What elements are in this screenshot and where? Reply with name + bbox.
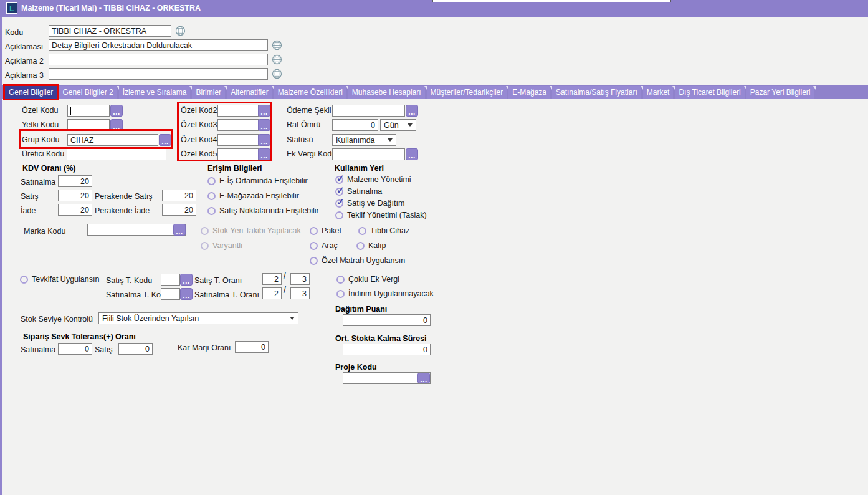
raf-omru-input[interactable]: 0 [332,119,378,131]
globe-icon[interactable] [272,54,282,65]
checkbox-eis-ortaminda-erisilebilir[interactable]: E-İş Ortamında Erişilebilir [207,176,308,185]
yetki-kodu-input[interactable] [67,119,110,131]
tab-e-magaza[interactable]: E-Mağaza [508,86,550,99]
checkbox-indirim-uygulanmayacak[interactable]: İndirim Uygulanmayacak [336,289,434,298]
checkbox-varyantli[interactable]: Varyantlı [201,241,242,250]
checkbox-label: Kalıp [368,241,386,250]
ek-vergi-kodu-input[interactable] [332,148,405,160]
satinalma-t-kodu-lookup-button[interactable] [180,288,193,300]
marka-kodu-input[interactable] [87,224,186,236]
checkbox-e-magazada-erisilebilir[interactable]: E-Mağazada Erişilebilir [207,191,299,200]
tab-pazar-yeri-bilgileri[interactable]: Pazar Yeri Bilgileri [746,86,814,99]
grup-kodu-lookup-button[interactable] [159,134,171,146]
raf-omru-unit-select[interactable]: Gün [380,119,416,131]
satis-t-orani-payda-input[interactable]: 3 [290,273,310,285]
satis-t-kodu-input[interactable] [161,274,180,286]
grup-kodu-input[interactable]: CIHAZ [67,134,158,146]
kodu-label: Kodu [5,28,23,37]
ozel-kod3-lookup-button[interactable] [258,119,270,131]
ozel-kod4-lookup-button[interactable] [258,134,270,146]
dagitim-puani-input[interactable]: 0 [343,314,431,326]
perakende-satis-input[interactable]: 20 [162,190,196,201]
satis-t-orani-pay-input[interactable]: 2 [262,273,282,285]
tab-satinalma-satis-fiyatlari[interactable]: Satınalma/Satış Fiyatları [552,86,641,99]
aciklamasi-input[interactable]: Detay Bilgileri Orkestradan Doldurulacak [49,39,268,51]
kdv-satinalma-input[interactable]: 20 [58,175,92,187]
odeme-sekli-input[interactable] [332,105,405,117]
marka-kodu-label: Marka Kodu [24,227,65,236]
checkbox-ozel-matrah[interactable]: Özel Matrah Uygulansın [310,256,405,265]
ozel-kod5-lookup-button[interactable] [258,148,270,160]
tab-izleme-ve-siralama[interactable]: İzleme ve Sıralama [119,86,191,99]
satinalma-t-kodu-input[interactable] [161,288,180,300]
tab-malzeme-ozellikleri[interactable]: Malzeme Özellikleri [274,86,346,99]
ort-stokta-kalma-input[interactable]: 0 [343,344,431,355]
checkbox-stok-yeri-takibi[interactable]: Stok Yeri Takibi Yapılacak [201,226,301,235]
aciklama2-input[interactable] [49,54,268,65]
checkbox-label: E-İş Ortamında Erişilebilir [219,176,308,185]
satinalma-t-orani-pay-input[interactable]: 2 [262,287,282,299]
tab-muhasebe-hesaplari[interactable]: Muhasebe Hesapları [348,86,425,99]
erisim-section-title: Erişim Bilgileri [207,164,262,173]
satis-t-kodu-label: Satış T. Kodu [106,276,152,285]
tab-market[interactable]: Market [643,86,674,99]
tab-birimler[interactable]: Birimler [192,86,225,99]
ek-vergi-kodu-lookup-button[interactable] [406,148,418,160]
globe-icon[interactable] [272,40,282,50]
satis-t-kodu-lookup-button[interactable] [180,274,193,286]
checkbox-tevkifat-uygulansin[interactable]: Tevkifat Uygulansın [20,275,99,284]
checkbox-satinalma[interactable]: Satınalma [335,187,382,196]
tab-alternatifler[interactable]: Alternatifler [227,86,272,99]
aciklama3-input[interactable] [49,68,268,80]
globe-icon[interactable] [175,26,186,36]
tab-dis-ticaret-bilgileri[interactable]: Dış Ticaret Bilgileri [675,86,744,99]
yetki-kodu-label: Yetki Kodu [22,120,59,129]
globe-icon[interactable] [272,69,282,79]
tab-genel-bilgiler[interactable]: Genel Bilgiler [5,86,57,99]
kodu-input[interactable]: TIBBI CIHAZ - ORKESTRA [49,25,171,37]
checkbox-satis-noktalarinda-erisilebilir[interactable]: Satış Noktalarında Erişilebilir [207,206,319,215]
ozel-kod3-input[interactable] [217,119,259,131]
window-title: Malzeme (Ticari Mal) - TIBBI CIHAZ - ORK… [21,4,201,12]
checkbox-label: Stok Yeri Takibi Yapılacak [212,226,301,235]
satinalma-t-orani-payda-input[interactable]: 3 [290,287,310,299]
checkbox-label: Malzeme Yönetimi [347,175,411,184]
ozel-kod4-label: Özel Kod4 [181,135,217,144]
kdv-satinalma-label: Satınalma [21,178,55,186]
perakende-iade-input[interactable]: 20 [162,204,196,216]
stok-seviye-kontrolu-label: Stok Seviye Kontrolü [21,315,93,324]
proje-kodu-lookup-button[interactable] [417,373,430,383]
uretici-kodu-input[interactable] [67,148,166,160]
tolerans-satinalma-input[interactable]: 0 [58,343,92,355]
ozel-kod2-input[interactable] [217,105,259,117]
kdv-iade-label: İade [21,206,36,215]
tab-musteriler-tedarikciler[interactable]: Müşteriler/Tedarikçiler [427,86,507,99]
checkbox-label: Satış Noktalarında Erişilebilir [219,206,319,215]
checkbox-satis-ve-dagitim[interactable]: Satış ve Dağıtım [335,199,404,208]
tolerans-satis-input[interactable]: 0 [118,343,153,355]
kdv-section-title: KDV Oranı (%) [22,164,75,173]
checkbox-arac[interactable]: Araç [310,241,338,250]
tab-genel-bilgiler-2[interactable]: Genel Bilgiler 2 [59,86,117,99]
checkbox-coklu-ek-vergi[interactable]: Çoklu Ek Vergi [336,275,399,284]
ozel-kodu-input[interactable] [67,105,110,117]
checkbox-teklif-yonetimi[interactable]: Teklif Yönetimi (Taslak) [335,211,427,219]
kdv-iade-input[interactable]: 20 [58,204,92,216]
ozel-kod4-input[interactable] [217,134,259,146]
statusu-select[interactable]: Kullanımda [332,134,396,146]
checkbox-malzeme-yonetimi[interactable]: Malzeme Yönetimi [335,175,411,184]
checkbox-kalip[interactable]: Kalıp [356,241,386,250]
kar-marji-orani-input[interactable]: 0 [235,341,269,353]
ozel-kod5-input[interactable] [217,148,259,160]
yetki-kodu-lookup-button[interactable] [110,119,123,131]
marka-kodu-lookup-button[interactable] [173,224,186,236]
kdv-satis-input[interactable]: 20 [58,190,92,201]
ozel-kodu-lookup-button[interactable] [110,105,123,117]
stok-seviye-kontrolu-select[interactable]: Fiili Stok Üzerinden Yapılsın [98,312,298,324]
odeme-sekli-lookup-button[interactable] [406,105,418,117]
checkbox-tibbi-cihaz[interactable]: Tıbbi Cihaz [358,226,409,235]
kullanim-section-title: Kullanım Yeri [335,164,384,173]
ozel-kod2-lookup-button[interactable] [258,105,270,117]
checkbox-circle-icon [335,211,343,219]
checkbox-paket[interactable]: Paket [310,226,341,235]
